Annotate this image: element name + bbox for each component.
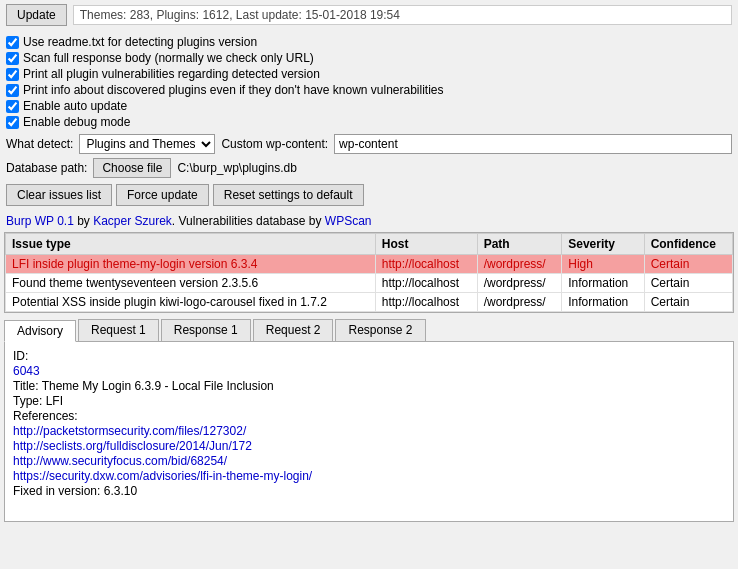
checkbox-label-cb3: Print all plugin vulnerabilities regardi…	[23, 67, 320, 81]
tab-request-1[interactable]: Request 1	[78, 319, 159, 341]
checkbox-row: Scan full response body (normally we che…	[6, 50, 732, 66]
advisory-title: Title: Theme My Login 6.3.9 - Local File…	[13, 379, 725, 393]
cell-issue: LFI inside plugin theme-my-login version…	[6, 255, 376, 274]
checkbox-label-cb1: Use readme.txt for detecting plugins ver…	[23, 35, 257, 49]
tab-response-2[interactable]: Response 2	[335, 319, 425, 341]
checkbox-cb1[interactable]	[6, 36, 19, 49]
credits-by: by	[74, 214, 93, 228]
db-row: Database path: Choose file C:\burp_wp\pl…	[6, 156, 732, 180]
checkbox-cb4[interactable]	[6, 84, 19, 97]
advisory-id-row: ID: 6043	[13, 349, 725, 378]
db-path-display: C:\burp_wp\plugins.db	[177, 161, 296, 175]
col-path: Path	[477, 234, 562, 255]
cell-host: http://localhost	[375, 274, 477, 293]
burp-wp-link[interactable]: Burp WP 0.1	[6, 214, 74, 228]
checkbox-label-cb5: Enable auto update	[23, 99, 127, 113]
cell-path: /wordpress/	[477, 274, 562, 293]
cell-severity: High	[562, 255, 644, 274]
cell-severity: Information	[562, 293, 644, 312]
credits-row: Burp WP 0.1 by Kacper Szurek. Vulnerabil…	[0, 212, 738, 232]
advisory-id-link[interactable]: 6043	[13, 364, 725, 378]
cell-path: /wordpress/	[477, 293, 562, 312]
table-row[interactable]: LFI inside plugin theme-my-login version…	[6, 255, 733, 274]
clear-issues-button[interactable]: Clear issues list	[6, 184, 112, 206]
cell-confidence: Certain	[644, 274, 732, 293]
checkbox-row: Enable auto update	[6, 98, 732, 114]
cell-host: http://localhost	[375, 255, 477, 274]
advisory-link[interactable]: http://packetstormsecurity.com/files/127…	[13, 424, 725, 438]
advisory-content: ID: 6043 Title: Theme My Login 6.3.9 - L…	[4, 342, 734, 522]
col-confidence: Confidence	[644, 234, 732, 255]
advisory-link[interactable]: http://www.securityfocus.com/bid/68254/	[13, 454, 725, 468]
tab-request-2[interactable]: Request 2	[253, 319, 334, 341]
detect-select[interactable]: Plugins and Themes Plugins only Themes o…	[79, 134, 215, 154]
col-host: Host	[375, 234, 477, 255]
custom-wp-content-input[interactable]	[334, 134, 732, 154]
author-link[interactable]: Kacper Szurek	[93, 214, 172, 228]
col-severity: Severity	[562, 234, 644, 255]
col-issue-type: Issue type	[6, 234, 376, 255]
checkbox-row: Use readme.txt for detecting plugins ver…	[6, 34, 732, 50]
checkbox-row: Enable debug mode	[6, 114, 732, 130]
cell-issue: Potential XSS inside plugin kiwi-logo-ca…	[6, 293, 376, 312]
reset-settings-button[interactable]: Reset settings to default	[213, 184, 364, 206]
checkbox-cb5[interactable]	[6, 100, 19, 113]
table-row[interactable]: Found theme twentyseventeen version 2.3.…	[6, 274, 733, 293]
cell-path: /wordpress/	[477, 255, 562, 274]
cell-confidence: Certain	[644, 293, 732, 312]
advisory-id-label: ID:	[13, 349, 28, 363]
checkbox-row: Print info about discovered plugins even…	[6, 82, 732, 98]
checkbox-cb3[interactable]	[6, 68, 19, 81]
table-row[interactable]: Potential XSS inside plugin kiwi-logo-ca…	[6, 293, 733, 312]
choose-file-button[interactable]: Choose file	[93, 158, 171, 178]
checkbox-label-cb6: Enable debug mode	[23, 115, 130, 129]
wpscan-link[interactable]: WPScan	[325, 214, 372, 228]
update-button[interactable]: Update	[6, 4, 67, 26]
cell-severity: Information	[562, 274, 644, 293]
options-section: Use readme.txt for detecting plugins ver…	[0, 30, 738, 212]
advisory-link[interactable]: http://seclists.org/fulldisclosure/2014/…	[13, 439, 725, 453]
force-update-button[interactable]: Force update	[116, 184, 209, 206]
checkbox-cb2[interactable]	[6, 52, 19, 65]
tab-advisory[interactable]: Advisory	[4, 320, 76, 342]
checkbox-label-cb4: Print info about discovered plugins even…	[23, 83, 444, 97]
cell-issue: Found theme twentyseventeen version 2.3.…	[6, 274, 376, 293]
issues-table: Issue type Host Path Severity Confidence…	[5, 233, 733, 312]
tab-response-1[interactable]: Response 1	[161, 319, 251, 341]
checkbox-label-cb2: Scan full response body (normally we che…	[23, 51, 314, 65]
checkbox-row: Print all plugin vulnerabilities regardi…	[6, 66, 732, 82]
action-row: Clear issues list Force update Reset set…	[6, 180, 732, 208]
checkbox-cb6[interactable]	[6, 116, 19, 129]
advisory-fixed: Fixed in version: 6.3.10	[13, 484, 725, 498]
advisory-link[interactable]: https://security.dxw.com/advisories/lfi-…	[13, 469, 725, 483]
credits-middle: . Vulnerabilities database by	[172, 214, 325, 228]
issues-table-wrap: Issue type Host Path Severity Confidence…	[4, 232, 734, 313]
db-label: Database path:	[6, 161, 87, 175]
advisory-type: Type: LFI	[13, 394, 725, 408]
tabs-row: AdvisoryRequest 1Response 1Request 2Resp…	[4, 319, 734, 342]
cell-confidence: Certain	[644, 255, 732, 274]
advisory-references-label: References:	[13, 409, 725, 423]
top-bar: Update Themes: 283, Plugins: 1612, Last …	[0, 0, 738, 30]
custom-label: Custom wp-content:	[221, 137, 328, 151]
status-bar: Themes: 283, Plugins: 1612, Last update:…	[73, 5, 732, 25]
cell-host: http://localhost	[375, 293, 477, 312]
detect-label: What detect:	[6, 137, 73, 151]
detect-row: What detect: Plugins and Themes Plugins …	[6, 130, 732, 156]
